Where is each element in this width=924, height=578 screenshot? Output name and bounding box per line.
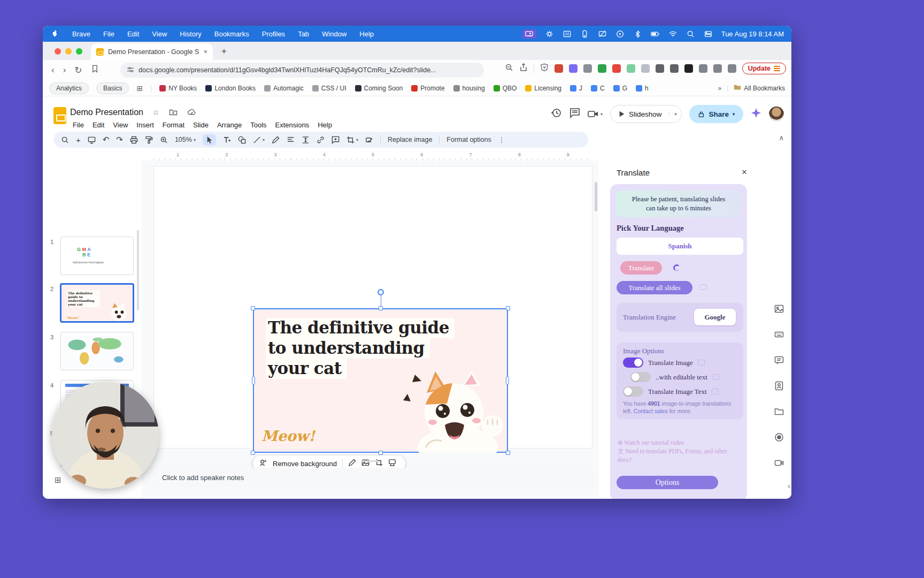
slideshow-button[interactable]: Slideshow ▾ [610, 105, 682, 123]
collapse-toolbar-icon[interactable]: ∧ [779, 134, 784, 142]
spotlight-search-icon[interactable] [686, 29, 695, 39]
document-title[interactable]: Demo Presentation [70, 108, 143, 117]
text-box-tool[interactable] [223, 136, 231, 144]
new-slide-button[interactable]: + [76, 135, 81, 144]
all-bookmarks-button[interactable]: All Bookmarks [734, 83, 785, 93]
add-comment-icon[interactable] [332, 136, 340, 144]
toolbar-overflow-icon[interactable]: ⋮ [498, 136, 505, 144]
bookmark-item[interactable]: housing [453, 85, 485, 92]
bookmark-item[interactable]: Coming Soon [355, 85, 403, 92]
engine-value-button[interactable]: Google [694, 309, 736, 325]
spacing-icon[interactable] [302, 136, 310, 144]
bookmark-item[interactable]: J [570, 85, 582, 92]
play-circle-icon[interactable] [615, 29, 625, 39]
slide-thumbnail-2[interactable]: The definitive guide to understanding yo… [60, 284, 134, 322]
extension-icon[interactable] [699, 64, 707, 73]
url-bar[interactable]: docs.google.com/presentation/d/11gGsv4bg… [120, 63, 484, 78]
tab-close-icon[interactable]: × [203, 48, 207, 56]
battery-icon[interactable] [651, 29, 660, 39]
extension-icon[interactable] [598, 64, 606, 73]
share-page-icon[interactable] [519, 63, 528, 74]
extension-icon[interactable] [713, 64, 722, 73]
translate-image-text-info-icon[interactable] [712, 389, 719, 394]
browser-tab[interactable]: Demo Presentation - Google S × [91, 43, 213, 60]
app-menu-item[interactable]: Arrange [213, 120, 245, 130]
app-menu-item[interactable]: Format [159, 120, 188, 130]
crop-icon[interactable]: ▾ [346, 136, 358, 144]
editable-text-toggle[interactable] [630, 372, 651, 382]
forward-button[interactable]: › [63, 65, 66, 75]
contact-sales-link[interactable]: Contact sales [634, 408, 668, 414]
bookmark-item[interactable]: Licensing [525, 85, 561, 92]
filmstrip-scrollbar[interactable] [137, 230, 139, 310]
zoom-out-icon[interactable] [505, 63, 513, 74]
translate-button[interactable]: Translate [620, 261, 662, 275]
menubar-item[interactable]: Edit [127, 30, 139, 38]
display-off-icon[interactable] [598, 29, 607, 39]
slides-logo-icon[interactable] [53, 107, 66, 124]
contacts-icon[interactable] [774, 381, 784, 393]
minimize-window-button[interactable] [65, 48, 72, 55]
wifi-icon[interactable] [668, 29, 677, 39]
folder-panel-icon[interactable] [774, 407, 784, 419]
grid-view-icon[interactable]: ⊞ [55, 475, 63, 484]
device-mirroring-icon[interactable] [580, 29, 589, 39]
collapse-panel-icon[interactable]: ‹ [788, 482, 790, 490]
resize-handle-nw[interactable] [251, 306, 255, 310]
resize-handle-s[interactable] [379, 451, 383, 455]
menubar-item[interactable]: Brave [72, 30, 90, 38]
menubar-item[interactable]: Help [359, 30, 374, 38]
camera-add-icon[interactable] [774, 458, 784, 470]
insert-image-icon[interactable] [774, 304, 784, 316]
chat-icon[interactable] [774, 355, 784, 367]
menubar-clock[interactable]: Tue Aug 19 8:14 AM [721, 30, 784, 38]
insert-link-icon[interactable] [317, 136, 325, 144]
app-menu-item[interactable]: Insert [133, 120, 158, 130]
line-tool[interactable]: ▾ [253, 136, 265, 144]
resize-handle-e[interactable] [506, 376, 509, 385]
app-menu-item[interactable]: Slide [189, 120, 212, 130]
zoom-icon[interactable] [160, 136, 168, 144]
tab-groups-icon[interactable]: ⊞ [136, 84, 143, 93]
slideshow-dropdown[interactable]: ▾ [669, 112, 681, 117]
extension-icon[interactable] [656, 64, 664, 73]
bookmark-item[interactable]: NY Books [159, 85, 197, 92]
bluetooth-icon[interactable] [633, 29, 642, 39]
menubar-item[interactable]: Window [322, 30, 346, 38]
language-select[interactable]: Spanish [617, 238, 743, 255]
app-menu-item[interactable]: Edit [89, 120, 108, 130]
options-button[interactable]: Options [617, 476, 718, 489]
bookmark-item[interactable]: Promote [411, 85, 444, 92]
translate-image-toggle[interactable] [623, 358, 643, 368]
slide-thumbnail-3[interactable] [60, 332, 134, 370]
screen-share-icon[interactable] [522, 29, 536, 39]
editable-text-info-icon[interactable] [712, 374, 719, 380]
close-window-button[interactable] [55, 48, 61, 55]
resize-handle-sw[interactable] [251, 451, 255, 455]
panel-close-icon[interactable]: × [742, 167, 747, 178]
cloud-saved-icon[interactable] [187, 108, 196, 118]
tab-group-analytics[interactable]: Analytics [49, 82, 89, 94]
search-menus-icon[interactable] [61, 136, 69, 144]
version-history-icon[interactable] [551, 108, 562, 120]
notes-resize-handle[interactable] [361, 460, 378, 462]
selected-image[interactable]: The definitive guide to understanding yo… [253, 308, 508, 453]
undo-icon[interactable]: ↶ [103, 135, 110, 144]
tab-group-basics[interactable]: Basics [96, 82, 129, 94]
shape-tool[interactable] [238, 136, 246, 144]
redo-icon[interactable]: ↷ [116, 135, 123, 144]
paint-format-icon[interactable] [145, 136, 153, 144]
menubar-item[interactable]: History [180, 30, 201, 38]
app-menu-item[interactable]: View [109, 120, 132, 130]
comments-icon[interactable] [569, 108, 580, 120]
new-tab-button[interactable]: + [221, 46, 227, 57]
extension-icon[interactable] [583, 64, 592, 73]
star-icon[interactable]: ☆ [152, 108, 159, 118]
tutorial-video-link[interactable]: ⊕ Watch our tutorial video [618, 438, 738, 447]
extension-icon[interactable] [684, 64, 693, 73]
bookmark-item[interactable]: Automagic [264, 85, 304, 92]
share-button[interactable]: Share▾ [689, 105, 743, 123]
extension-icon[interactable] [612, 64, 621, 73]
translate-all-info-icon[interactable] [700, 284, 707, 290]
translate-image-text-toggle[interactable] [623, 386, 643, 397]
